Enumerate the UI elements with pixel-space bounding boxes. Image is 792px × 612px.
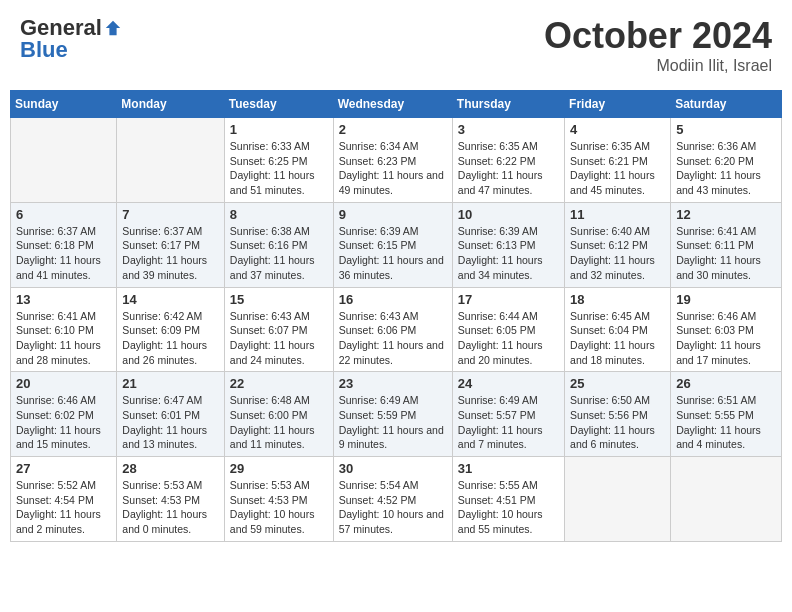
col-header-sunday: Sunday [11,91,117,118]
calendar-table: SundayMondayTuesdayWednesdayThursdayFrid… [10,90,782,542]
day-info: Sunrise: 6:33 AM Sunset: 6:25 PM Dayligh… [230,139,328,198]
col-header-thursday: Thursday [452,91,564,118]
day-info: Sunrise: 5:55 AM Sunset: 4:51 PM Dayligh… [458,478,559,537]
calendar-cell: 29 Sunrise: 5:53 AM Sunset: 4:53 PM Dayl… [224,457,333,542]
calendar-cell: 20 Sunrise: 6:46 AM Sunset: 6:02 PM Dayl… [11,372,117,457]
day-info: Sunrise: 6:50 AM Sunset: 5:56 PM Dayligh… [570,393,665,452]
month-title: October 2024 [544,15,772,57]
calendar-cell: 4 Sunrise: 6:35 AM Sunset: 6:21 PM Dayli… [565,118,671,203]
location-title: Modiin Ilit, Israel [544,57,772,75]
day-info: Sunrise: 5:54 AM Sunset: 4:52 PM Dayligh… [339,478,447,537]
day-number: 19 [676,292,776,307]
calendar-cell: 2 Sunrise: 6:34 AM Sunset: 6:23 PM Dayli… [333,118,452,203]
calendar-cell: 24 Sunrise: 6:49 AM Sunset: 5:57 PM Dayl… [452,372,564,457]
calendar-cell [11,118,117,203]
day-number: 7 [122,207,218,222]
day-number: 12 [676,207,776,222]
day-number: 2 [339,122,447,137]
day-info: Sunrise: 6:43 AM Sunset: 6:06 PM Dayligh… [339,309,447,368]
calendar-cell [117,118,224,203]
day-number: 31 [458,461,559,476]
svg-marker-0 [106,21,120,35]
calendar-cell: 16 Sunrise: 6:43 AM Sunset: 6:06 PM Dayl… [333,287,452,372]
day-number: 9 [339,207,447,222]
calendar-cell: 27 Sunrise: 5:52 AM Sunset: 4:54 PM Dayl… [11,457,117,542]
calendar-cell: 26 Sunrise: 6:51 AM Sunset: 5:55 PM Dayl… [671,372,782,457]
calendar-cell [671,457,782,542]
day-info: Sunrise: 6:34 AM Sunset: 6:23 PM Dayligh… [339,139,447,198]
day-info: Sunrise: 6:51 AM Sunset: 5:55 PM Dayligh… [676,393,776,452]
calendar-cell: 22 Sunrise: 6:48 AM Sunset: 6:00 PM Dayl… [224,372,333,457]
day-number: 16 [339,292,447,307]
day-number: 10 [458,207,559,222]
calendar-cell: 14 Sunrise: 6:42 AM Sunset: 6:09 PM Dayl… [117,287,224,372]
day-info: Sunrise: 6:49 AM Sunset: 5:59 PM Dayligh… [339,393,447,452]
day-number: 17 [458,292,559,307]
day-info: Sunrise: 5:53 AM Sunset: 4:53 PM Dayligh… [230,478,328,537]
day-number: 28 [122,461,218,476]
col-header-tuesday: Tuesday [224,91,333,118]
calendar-cell: 3 Sunrise: 6:35 AM Sunset: 6:22 PM Dayli… [452,118,564,203]
calendar-cell [565,457,671,542]
calendar-cell: 11 Sunrise: 6:40 AM Sunset: 6:12 PM Dayl… [565,202,671,287]
day-info: Sunrise: 5:52 AM Sunset: 4:54 PM Dayligh… [16,478,111,537]
day-info: Sunrise: 6:37 AM Sunset: 6:17 PM Dayligh… [122,224,218,283]
col-header-wednesday: Wednesday [333,91,452,118]
day-number: 22 [230,376,328,391]
day-number: 27 [16,461,111,476]
day-info: Sunrise: 6:41 AM Sunset: 6:11 PM Dayligh… [676,224,776,283]
day-info: Sunrise: 6:41 AM Sunset: 6:10 PM Dayligh… [16,309,111,368]
calendar-cell: 21 Sunrise: 6:47 AM Sunset: 6:01 PM Dayl… [117,372,224,457]
day-number: 23 [339,376,447,391]
day-info: Sunrise: 6:45 AM Sunset: 6:04 PM Dayligh… [570,309,665,368]
day-number: 20 [16,376,111,391]
calendar-cell: 18 Sunrise: 6:45 AM Sunset: 6:04 PM Dayl… [565,287,671,372]
day-info: Sunrise: 6:35 AM Sunset: 6:21 PM Dayligh… [570,139,665,198]
col-header-monday: Monday [117,91,224,118]
col-header-friday: Friday [565,91,671,118]
day-number: 5 [676,122,776,137]
day-number: 13 [16,292,111,307]
logo-icon [104,19,122,37]
title-area: October 2024 Modiin Ilit, Israel [544,15,772,75]
header-row: SundayMondayTuesdayWednesdayThursdayFrid… [11,91,782,118]
day-number: 6 [16,207,111,222]
calendar-cell: 25 Sunrise: 6:50 AM Sunset: 5:56 PM Dayl… [565,372,671,457]
calendar-cell: 31 Sunrise: 5:55 AM Sunset: 4:51 PM Dayl… [452,457,564,542]
day-number: 1 [230,122,328,137]
day-info: Sunrise: 6:47 AM Sunset: 6:01 PM Dayligh… [122,393,218,452]
week-row-2: 6 Sunrise: 6:37 AM Sunset: 6:18 PM Dayli… [11,202,782,287]
day-number: 8 [230,207,328,222]
day-info: Sunrise: 6:46 AM Sunset: 6:03 PM Dayligh… [676,309,776,368]
day-number: 25 [570,376,665,391]
calendar-cell: 9 Sunrise: 6:39 AM Sunset: 6:15 PM Dayli… [333,202,452,287]
day-number: 3 [458,122,559,137]
day-info: Sunrise: 6:38 AM Sunset: 6:16 PM Dayligh… [230,224,328,283]
logo-blue: Blue [20,37,68,63]
week-row-5: 27 Sunrise: 5:52 AM Sunset: 4:54 PM Dayl… [11,457,782,542]
day-info: Sunrise: 6:49 AM Sunset: 5:57 PM Dayligh… [458,393,559,452]
day-number: 11 [570,207,665,222]
day-number: 29 [230,461,328,476]
day-number: 15 [230,292,328,307]
calendar-cell: 10 Sunrise: 6:39 AM Sunset: 6:13 PM Dayl… [452,202,564,287]
calendar-cell: 7 Sunrise: 6:37 AM Sunset: 6:17 PM Dayli… [117,202,224,287]
week-row-1: 1 Sunrise: 6:33 AM Sunset: 6:25 PM Dayli… [11,118,782,203]
day-number: 14 [122,292,218,307]
page-header: General Blue October 2024 Modiin Ilit, I… [10,10,782,80]
day-info: Sunrise: 6:46 AM Sunset: 6:02 PM Dayligh… [16,393,111,452]
day-info: Sunrise: 5:53 AM Sunset: 4:53 PM Dayligh… [122,478,218,537]
day-number: 18 [570,292,665,307]
day-info: Sunrise: 6:39 AM Sunset: 6:15 PM Dayligh… [339,224,447,283]
calendar-cell: 28 Sunrise: 5:53 AM Sunset: 4:53 PM Dayl… [117,457,224,542]
logo: General Blue [20,15,124,63]
day-number: 24 [458,376,559,391]
day-info: Sunrise: 6:36 AM Sunset: 6:20 PM Dayligh… [676,139,776,198]
day-number: 4 [570,122,665,137]
week-row-4: 20 Sunrise: 6:46 AM Sunset: 6:02 PM Dayl… [11,372,782,457]
calendar-cell: 6 Sunrise: 6:37 AM Sunset: 6:18 PM Dayli… [11,202,117,287]
calendar-cell: 5 Sunrise: 6:36 AM Sunset: 6:20 PM Dayli… [671,118,782,203]
calendar-cell: 15 Sunrise: 6:43 AM Sunset: 6:07 PM Dayl… [224,287,333,372]
calendar-cell: 23 Sunrise: 6:49 AM Sunset: 5:59 PM Dayl… [333,372,452,457]
day-info: Sunrise: 6:37 AM Sunset: 6:18 PM Dayligh… [16,224,111,283]
